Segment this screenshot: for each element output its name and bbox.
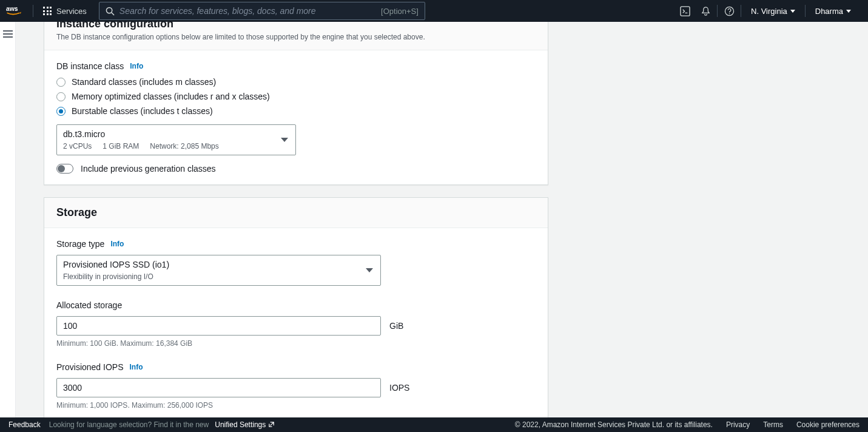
panel-header: Storage — [44, 198, 548, 228]
storage-type-label: Storage type — [56, 239, 104, 249]
top-nav: aws Services [Option+S] — [0, 0, 868, 22]
grid-icon — [43, 7, 52, 15]
unified-settings-link[interactable]: Unified Settings — [215, 420, 275, 429]
radio-label: Standard classes (includes m classes) — [72, 77, 216, 87]
provisioned-iops-label: Provisioned IOPS — [56, 362, 124, 372]
account-label: Dharma — [815, 7, 843, 16]
svg-line-2 — [112, 12, 114, 15]
select-vcpu: 2 vCPUs — [63, 141, 92, 151]
allocated-storage-unit: GiB — [389, 321, 403, 331]
radio-memory-optimized-classes[interactable]: Memory optimized classes (includes r and… — [56, 92, 536, 101]
instance-configuration-panel: Instance configuration The DB instance c… — [44, 22, 548, 185]
radio-icon — [56, 92, 66, 101]
info-link[interactable]: Info — [130, 363, 143, 371]
radio-label: Memory optimized classes (includes r and… — [72, 92, 270, 101]
radio-label: Burstable classes (includes t classes) — [72, 106, 213, 116]
account-menu[interactable]: Dharma — [807, 0, 860, 22]
search-input[interactable] — [119, 6, 381, 16]
caret-down-icon — [846, 10, 851, 13]
caret-down-icon — [366, 268, 373, 272]
storage-panel: Storage Storage type Info Provisioned IO… — [44, 197, 548, 417]
panel-header: Instance configuration The DB instance c… — [44, 22, 548, 50]
dropdown-caret — [274, 138, 295, 142]
select-network: Network: 2,085 Mbps — [150, 141, 218, 151]
caret-down-icon — [281, 138, 288, 142]
language-prompt: Looking for language selection? Find it … — [49, 420, 209, 429]
db-instance-class-label: DB instance class — [56, 61, 124, 71]
provisioned-iops-input[interactable] — [56, 378, 381, 397]
svg-text:aws: aws — [6, 5, 18, 12]
radio-standard-classes[interactable]: Standard classes (includes m classes) — [56, 77, 536, 87]
instance-class-select[interactable]: db.t3.micro 2 vCPUs 1 GiB RAM Network: 2… — [56, 124, 296, 155]
main-content: Instance configuration The DB instance c… — [16, 22, 868, 417]
dropdown-caret — [358, 268, 380, 272]
svg-point-1 — [106, 7, 112, 13]
radio-icon — [56, 107, 66, 116]
cookie-preferences-link[interactable]: Cookie preferences — [796, 420, 860, 429]
radio-icon — [56, 78, 66, 87]
feedback-link[interactable]: Feedback — [8, 420, 41, 429]
radio-burstable-classes[interactable]: Burstable classes (includes t classes) — [56, 106, 536, 116]
storage-type-select[interactable]: Provisioned IOPS SSD (io1) Flexibility i… — [56, 255, 381, 286]
aws-logo[interactable]: aws — [0, 0, 32, 22]
help-icon — [724, 6, 735, 16]
select-main: Provisioned IOPS SSD (io1) — [63, 259, 169, 271]
panel-title: Instance configuration — [56, 22, 536, 30]
help-button[interactable] — [719, 0, 739, 22]
search-shortcut: [Option+S] — [381, 7, 419, 16]
caret-down-icon — [790, 10, 795, 13]
services-menu[interactable]: Services — [35, 0, 95, 22]
services-label: Services — [56, 7, 87, 16]
panel-subtext: The DB instance configuration options be… — [56, 33, 536, 41]
info-link[interactable]: Info — [130, 62, 143, 70]
select-desc: Flexibility in provisioning I/O — [63, 272, 153, 282]
select-main: db.t3.micro — [63, 129, 219, 140]
cloudshell-button[interactable] — [675, 0, 695, 22]
copyright: © 2022, Amazon Internet Services Private… — [515, 420, 713, 429]
side-nav-collapsed — [0, 22, 16, 417]
select-ram: 1 GiB RAM — [103, 141, 139, 151]
cloudshell-icon — [680, 6, 690, 16]
include-previous-gen-label: Include previous generation classes — [81, 164, 216, 174]
include-previous-gen-toggle[interactable] — [56, 164, 73, 174]
console-footer: Feedback Looking for language selection?… — [0, 417, 868, 432]
svg-point-5 — [728, 13, 730, 14]
provisioned-iops-unit: IOPS — [389, 383, 409, 393]
panel-title: Storage — [56, 206, 536, 219]
region-selector[interactable]: N. Virginia — [742, 0, 804, 22]
search-icon — [106, 7, 115, 16]
region-label: N. Virginia — [751, 7, 787, 16]
sidebar-toggle[interactable] — [3, 30, 13, 38]
provisioned-iops-hint: Minimum: 1,000 IOPS. Maximum: 256,000 IO… — [56, 401, 536, 410]
external-link-icon — [268, 420, 275, 429]
global-search[interactable]: [Option+S] — [99, 2, 425, 20]
allocated-storage-input[interactable] — [56, 316, 381, 336]
info-link[interactable]: Info — [110, 240, 124, 248]
notifications-button[interactable] — [695, 0, 716, 22]
privacy-link[interactable]: Privacy — [726, 420, 750, 429]
terms-link[interactable]: Terms — [763, 420, 783, 429]
allocated-storage-label: Allocated storage — [56, 300, 122, 310]
allocated-storage-hint: Minimum: 100 GiB. Maximum: 16,384 GiB — [56, 339, 536, 348]
svg-rect-3 — [680, 6, 689, 15]
instance-class-radios: Standard classes (includes m classes) Me… — [56, 77, 536, 116]
bell-icon — [701, 6, 711, 16]
